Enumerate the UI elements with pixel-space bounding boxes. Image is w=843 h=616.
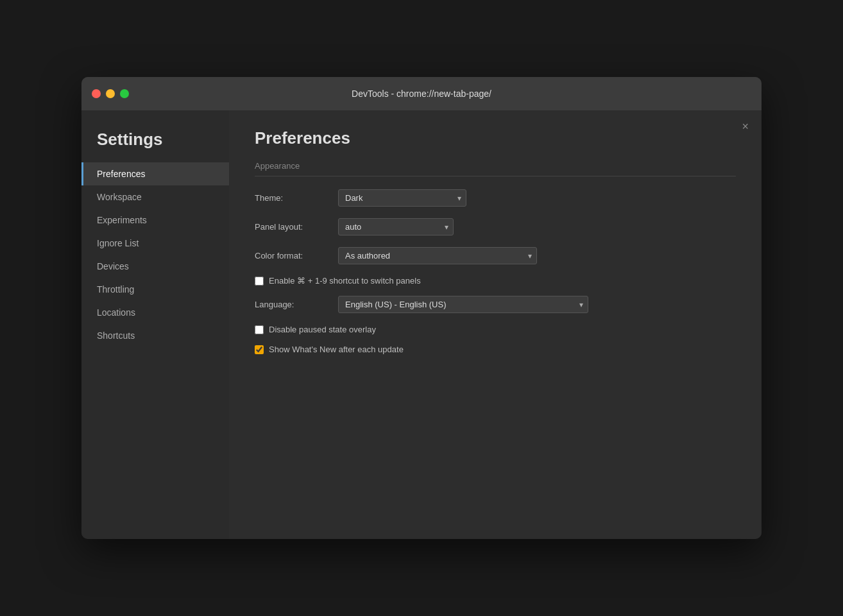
theme-select[interactable]: Dark Light System preference	[338, 189, 466, 207]
shortcut-checkbox-row: Enable ⌘ + 1-9 shortcut to switch panels	[255, 276, 736, 286]
theme-label: Theme:	[255, 193, 338, 203]
shortcut-panels-label: Enable ⌘ + 1-9 shortcut to switch panels	[269, 276, 421, 286]
minimize-button[interactable]	[106, 89, 115, 98]
dialog-close-button[interactable]: ×	[742, 121, 749, 132]
language-select-wrapper: English (US) - English (US) System defau…	[338, 296, 588, 313]
theme-select-wrapper: Dark Light System preference	[338, 189, 466, 207]
sidebar-heading: Settings	[81, 123, 229, 162]
sidebar-item-experiments[interactable]: Experiments	[81, 209, 229, 232]
panel-layout-setting-row: Panel layout: auto horizontal vertical	[255, 218, 736, 235]
show-whats-new-label: Show What's New after each update	[269, 345, 404, 354]
color-format-select-wrapper: As authored HEX RGB HSL	[338, 247, 537, 264]
sidebar-item-throttling[interactable]: Throttling	[81, 278, 229, 301]
show-whats-new-checkbox-row: Show What's New after each update	[255, 345, 736, 354]
sidebar-item-devices[interactable]: Devices	[81, 255, 229, 278]
panel-layout-select-wrapper: auto horizontal vertical	[338, 218, 454, 235]
theme-setting-row: Theme: Dark Light System preference	[255, 189, 736, 207]
window-controls	[92, 89, 129, 98]
panel-layout-select[interactable]: auto horizontal vertical	[338, 218, 454, 235]
sidebar-item-workspace[interactable]: Workspace	[81, 185, 229, 209]
shortcut-panels-checkbox[interactable]	[255, 277, 264, 286]
appearance-section-title: Appearance	[255, 161, 736, 176]
show-whats-new-checkbox[interactable]	[255, 345, 264, 354]
disable-paused-checkbox-row: Disable paused state overlay	[255, 325, 736, 334]
content-scroll-area[interactable]: Appearance Theme: Dark Light System pref…	[229, 161, 762, 539]
sidebar-item-locations[interactable]: Locations	[81, 301, 229, 324]
devtools-window: DevTools - chrome://new-tab-page/ Settin…	[81, 77, 762, 539]
title-bar: DevTools - chrome://new-tab-page/	[81, 77, 762, 110]
page-title: Preferences	[255, 128, 736, 148]
language-label: Language:	[255, 300, 338, 309]
appearance-section: Appearance Theme: Dark Light System pref…	[255, 161, 736, 354]
disable-paused-checkbox[interactable]	[255, 325, 264, 334]
content-header: Preferences	[229, 110, 762, 161]
sidebar: Settings Preferences Workspace Experimen…	[81, 110, 229, 539]
window-title: DevTools - chrome://new-tab-page/	[352, 89, 491, 99]
close-button[interactable]	[92, 89, 101, 98]
language-select[interactable]: English (US) - English (US) System defau…	[338, 296, 588, 313]
sidebar-item-shortcuts[interactable]: Shortcuts	[81, 324, 229, 347]
maximize-button[interactable]	[120, 89, 129, 98]
language-setting-row: Language: English (US) - English (US) Sy…	[255, 296, 736, 313]
color-format-label: Color format:	[255, 251, 338, 261]
main-content: × Preferences Appearance Theme: Dark Lig…	[229, 110, 762, 539]
color-format-setting-row: Color format: As authored HEX RGB HSL	[255, 247, 736, 264]
window-body: Settings Preferences Workspace Experimen…	[81, 110, 762, 539]
sidebar-item-ignore-list[interactable]: Ignore List	[81, 232, 229, 255]
disable-paused-label: Disable paused state overlay	[269, 325, 376, 334]
sidebar-item-preferences[interactable]: Preferences	[81, 162, 229, 185]
panel-layout-label: Panel layout:	[255, 222, 338, 232]
color-format-select[interactable]: As authored HEX RGB HSL	[338, 247, 537, 264]
